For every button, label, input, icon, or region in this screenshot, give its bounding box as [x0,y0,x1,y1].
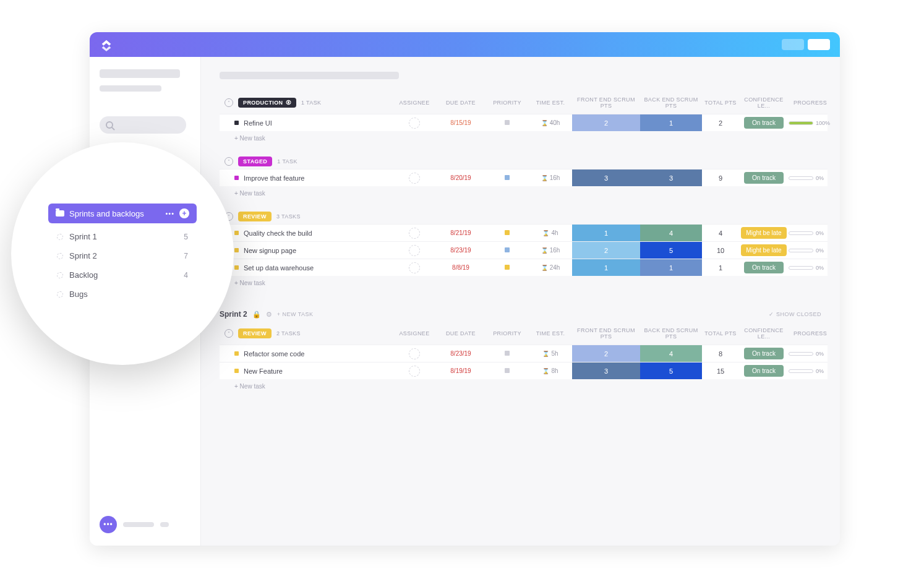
collapse-icon[interactable]: ˅ [225,157,233,166]
folder-item-active[interactable]: Sprints and backlogs ••• + [48,204,197,223]
progress-cell: 0% [789,175,832,181]
time-est-cell[interactable]: ⌛8h [529,367,572,374]
assignee-placeholder-icon [409,118,420,129]
add-icon[interactable]: + [179,208,189,218]
assignee-cell[interactable] [393,173,436,184]
task-row[interactable]: New Feature 8/19/19 ⌛8h 3 5 15 On track … [220,362,828,379]
sidebar-list-item[interactable]: Backlog 4 [48,265,197,285]
due-date-cell[interactable]: 8/23/19 [436,247,486,254]
more-icon[interactable]: ••• [165,210,174,217]
col-front: FRONT END SCRUM PTS [572,327,640,340]
collapse-icon[interactable]: ˅ [225,98,233,107]
sidebar-list-item[interactable]: Sprint 1 5 [48,227,197,246]
task-name-cell[interactable]: Quality check the build [220,229,393,237]
due-date-cell[interactable]: 8/19/19 [436,367,486,374]
time-est-cell[interactable]: ⌛16h [529,247,572,254]
col-progress: PROGRESS [789,100,832,106]
task-name-cell[interactable]: Refactor some code [220,350,393,358]
front-pts-cell[interactable]: 2 [572,114,640,131]
back-pts-cell[interactable]: 1 [640,259,702,276]
front-pts-cell[interactable]: 1 [572,225,640,241]
back-pts-cell[interactable]: 4 [640,345,702,362]
confidence-cell[interactable]: On track [739,172,789,184]
front-pts-cell[interactable]: 1 [572,259,640,276]
back-pts-cell[interactable]: 5 [640,242,702,259]
task-name-cell[interactable]: Refine UI [220,119,393,127]
time-est-cell[interactable]: ⌛16h [529,174,572,181]
show-closed-toggle[interactable]: ✓ SHOW CLOSED [769,311,821,317]
priority-cell[interactable] [486,174,529,181]
due-date-cell[interactable]: 8/8/19 [436,264,486,271]
group-header[interactable]: ˅ REVIEW 2 TASKS [220,328,393,338]
time-est-cell[interactable]: ⌛24h [529,264,572,271]
confidence-cell[interactable]: On track [739,365,789,377]
back-pts-cell[interactable]: 3 [640,169,702,186]
group-header[interactable]: ˅ REVIEW 3 TASKS [220,212,393,221]
sprint-title[interactable]: Sprint 2 [220,310,247,319]
back-pts-cell[interactable]: 1 [640,114,702,131]
assignee-cell[interactable] [393,118,436,129]
front-pts-cell[interactable]: 3 [572,362,640,379]
task-count: 3 TASKS [276,213,301,220]
new-task-button[interactable]: + New task [220,131,828,150]
priority-cell[interactable] [486,229,529,236]
task-row[interactable]: Set up data warehouse 8/8/19 ⌛24h 1 1 1 … [220,259,828,276]
progress-cell: 0% [789,265,832,271]
priority-cell[interactable] [486,264,529,271]
confidence-cell[interactable]: On track [739,117,789,129]
task-row[interactable]: Refine UI 8/15/19 ⌛40h 2 1 2 On track 10… [220,114,828,131]
sidebar-list-item[interactable]: Sprint 2 7 [48,246,197,265]
new-task-sprint-button[interactable]: + NEW TASK [277,311,314,317]
sprint-header: Sprint 2 🔒 ⚙ + NEW TASK ✓ SHOW CLOSED [220,299,828,325]
group-header[interactable]: ˅ PRODUCTION ⦿ 1 TASK [220,98,393,108]
confidence-cell[interactable]: On track [739,262,789,273]
assignee-cell[interactable] [393,262,436,273]
priority-cell[interactable] [486,119,529,126]
settings-icon[interactable]: ⚙ [266,311,272,319]
back-pts-cell[interactable]: 4 [640,225,702,241]
assignee-cell[interactable] [393,366,436,377]
assignee-cell[interactable] [393,348,436,359]
front-pts-cell[interactable]: 2 [572,242,640,259]
col-conf: CONFIDENCE LE... [739,327,789,340]
sidebar-search[interactable] [100,116,186,134]
group-header[interactable]: ˅ STAGED 1 TASK [220,157,393,166]
task-row[interactable]: Quality check the build 8/21/19 ⌛4h 1 4 … [220,224,828,241]
due-date-cell[interactable]: 8/15/19 [436,119,486,126]
task-row[interactable]: Refactor some code 8/23/19 ⌛5h 2 4 8 On … [220,345,828,362]
priority-cell[interactable] [486,350,529,357]
task-row[interactable]: Improve that feature 8/20/19 ⌛16h 3 3 9 … [220,169,828,186]
sidebar-list-item[interactable]: Bugs [48,285,197,304]
time-est-cell[interactable]: ⌛5h [529,350,572,357]
task-name-cell[interactable]: New Feature [220,367,393,375]
due-date-cell[interactable]: 8/20/19 [436,174,486,181]
task-name-cell[interactable]: New signup page [220,247,393,254]
new-task-button[interactable]: + New task [220,379,828,398]
front-pts-cell[interactable]: 3 [572,169,640,186]
due-date-cell[interactable]: 8/21/19 [436,229,486,236]
task-row[interactable]: New signup page 8/23/19 ⌛16h 2 5 10 Migh… [220,241,828,259]
priority-cell[interactable] [486,247,529,254]
chat-launcher[interactable]: ••• [100,516,190,533]
priority-cell[interactable] [486,367,529,374]
back-pts-cell[interactable]: 5 [640,362,702,379]
task-name-cell[interactable]: Improve that feature [220,174,393,182]
confidence-cell[interactable]: Might be late [739,227,789,239]
titlebar-chip[interactable] [782,39,804,50]
priority-flag-icon [505,368,510,373]
confidence-cell[interactable]: Might be late [739,244,789,256]
progress-cell: 0% [789,368,832,374]
collapse-icon[interactable]: ˅ [225,329,233,338]
titlebar-chip-active[interactable] [808,39,830,50]
assignee-cell[interactable] [393,245,436,256]
time-est-cell[interactable]: ⌛40h [529,119,572,126]
task-name-cell[interactable]: Set up data warehouse [220,264,393,272]
new-task-button[interactable]: + New task [220,186,828,205]
confidence-cell[interactable]: On track [739,348,789,359]
new-task-button[interactable]: + New task [220,276,828,295]
time-est-cell[interactable]: ⌛4h [529,229,572,236]
col-assignee: ASSIGNEE [393,100,436,106]
front-pts-cell[interactable]: 2 [572,345,640,362]
due-date-cell[interactable]: 8/23/19 [436,350,486,357]
assignee-cell[interactable] [393,228,436,239]
